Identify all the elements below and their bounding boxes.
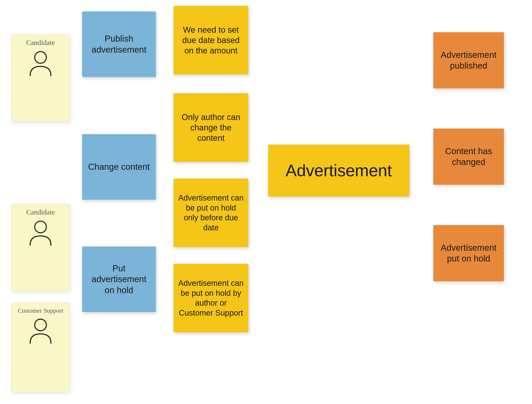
content-changed-text: Content has changed [437, 146, 500, 168]
actor-candidate-1: Candidate [12, 34, 70, 122]
actor-customer-support: Customer Support [12, 303, 70, 392]
before-due-date-text: Advertisement can be put on hold only be… [178, 193, 244, 233]
orange-note-content-changed: Content has changed [433, 129, 504, 185]
ad-published-text: Advertisement published [437, 50, 500, 71]
advertisement-box: Advertisement [268, 145, 409, 197]
change-content-text: Change content [88, 162, 150, 172]
candidate-1-icon [28, 49, 53, 78]
ad-on-hold-text: Advertisement put on hold [437, 242, 500, 264]
yellow-note-due-date: We need to set due date based on the amo… [173, 6, 248, 74]
publish-ad-text: Publish advertisement [86, 33, 152, 55]
candidate-1-label: Candidate [26, 39, 55, 47]
yellow-note-by-author-cs: Advertisement can be put on hold by auth… [173, 264, 248, 332]
customer-support-label: Customer Support [18, 307, 63, 314]
svg-point-2 [35, 319, 46, 331]
diagram-canvas: Candidate Candidate Customer Support Pub… [0, 0, 532, 404]
by-author-cs-text: Advertisement can be put on hold by auth… [178, 278, 244, 318]
actor-candidate-2: Candidate [12, 204, 70, 291]
advertisement-text: Advertisement [285, 161, 392, 180]
blue-note-publish: Publish advertisement [82, 12, 156, 77]
put-on-hold-text: Put advertisement on hold [86, 263, 152, 296]
customer-support-icon [28, 316, 53, 345]
yellow-note-only-author: Only author can change the content [173, 93, 248, 162]
candidate-2-label: Candidate [26, 208, 55, 216]
blue-note-change-content: Change content [82, 134, 156, 200]
blue-note-put-on-hold: Put advertisement on hold [82, 247, 156, 312]
orange-note-published: Advertisement published [433, 32, 504, 88]
svg-point-1 [35, 221, 46, 233]
svg-point-0 [35, 52, 46, 63]
yellow-note-before-due: Advertisement can be put on hold only be… [173, 178, 248, 247]
orange-note-on-hold: Advertisement put on hold [433, 225, 504, 281]
due-date-text: We need to set due date based on the amo… [178, 25, 244, 56]
only-author-text: Only author can change the content [178, 112, 244, 143]
candidate-2-icon [28, 218, 53, 247]
